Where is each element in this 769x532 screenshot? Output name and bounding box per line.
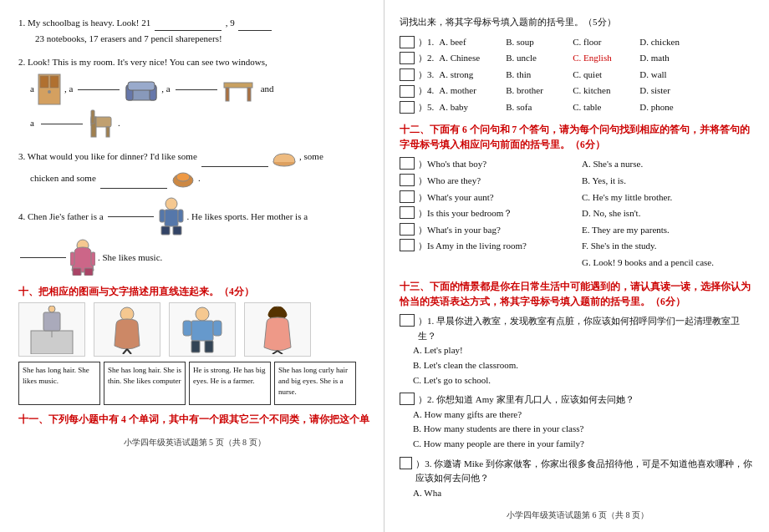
svg-rect-2: [50, 76, 59, 88]
q1-blank2: [238, 30, 272, 31]
left-column: 1. My schoolbag is heavy. Look! 21 , 9 2…: [0, 0, 384, 532]
svg-rect-14: [91, 110, 94, 124]
match-questions: ）Who's that boy? ）Who are they? ）What's …: [400, 157, 573, 271]
svg-rect-21: [173, 226, 181, 235]
svg-rect-41: [213, 321, 222, 336]
q1-continuation: 23 notebooks, 17 erasers and 7 pencil sh…: [35, 33, 222, 43]
q2-second-row: a .: [30, 109, 370, 139]
q2-blank2: [176, 89, 217, 90]
question-3: 3. What would you like for dinner? I'd l…: [18, 147, 370, 189]
choice-row-3: ）3. A. strong B. thin C. quiet D. wall: [400, 68, 756, 83]
svg-rect-38: [191, 341, 200, 352]
q4-text: 4. Chen Jie's father is a: [18, 209, 104, 225]
match-img-1: [18, 302, 85, 357]
question-2: 2. Look! This is my room. It's very nice…: [18, 54, 370, 139]
vocab-instruction: 词找出来，将其字母标号填入题前的括号里。（5分）: [400, 15, 756, 30]
svg-rect-25: [73, 268, 81, 276]
svg-rect-23: [178, 210, 183, 222]
svg-line-34: [123, 349, 127, 354]
svg-rect-20: [161, 226, 170, 235]
choice-row-4: ）4. A. mother B. brother C. kitchen D. s…: [400, 84, 756, 99]
svg-rect-26: [84, 268, 93, 276]
door-image: [38, 73, 61, 105]
right-column: 词找出来，将其字母标号填入题前的括号里。（5分） ）1. A. beef B. …: [384, 0, 769, 532]
man-image: [158, 197, 185, 236]
q3-end: chicken and some: [30, 173, 96, 183]
svg-point-3: [48, 90, 51, 94]
svg-rect-40: [183, 321, 191, 336]
q4-part2: . He likes sports. Her mother is a: [187, 209, 308, 225]
section12-content: ）Who's that boy? ）Who are they? ）What's …: [400, 157, 756, 271]
chair-image: [89, 109, 113, 139]
desc-box-2: She has long hair. She is thin. She like…: [104, 362, 186, 405]
svg-rect-9: [226, 88, 229, 101]
section10-title: 十、把相应的图画与文字描述用直线连起来。（4分）: [18, 284, 370, 299]
q2-blank3: [41, 124, 83, 124]
svg-rect-1: [40, 76, 48, 88]
section-10: 十、把相应的图画与文字描述用直线连起来。（4分）: [18, 284, 370, 405]
bowl-image: [272, 147, 297, 167]
svg-rect-19: [165, 210, 178, 226]
vocab-choices: ）1. A. beef B. soup C. floor D. chicken …: [400, 35, 756, 115]
section13-content: ）1. 早晨你进入教室，发现教室有点脏，你应该如何招呼同学们一起清理教室卫生？ …: [400, 314, 756, 500]
food-image: [171, 169, 196, 189]
scenario-2: ）2. 你想知道 Amy 家里有几口人，应该如何去问她？ A. How many…: [400, 393, 756, 451]
svg-rect-39: [205, 341, 213, 352]
svg-point-31: [48, 306, 55, 312]
q4-blank2: [20, 257, 66, 258]
table-image: [222, 76, 254, 103]
match-answers: A. She's a nurse. B. Yes, it is. C. He's…: [582, 157, 756, 271]
svg-rect-8: [224, 83, 252, 88]
scenario-3: ）3. 你邀请 Mike 到你家做客，你家出很多食品招待他，可是不知道他喜欢哪种…: [400, 457, 756, 501]
left-footer: 小学四年级英语试题第 5 页（共 8 页）: [18, 436, 370, 449]
section11-title: 十一、下列每小题中有 4 个单词，其中有一个跟其它三个不同类，请你把这个单: [18, 412, 370, 427]
svg-rect-37: [191, 321, 213, 341]
desc-box-3: He is strong. He has big eyes. He is a f…: [189, 362, 271, 405]
match-img-2: [94, 302, 160, 357]
desc-box-4: She has long curly hair and big eyes. Sh…: [274, 362, 356, 405]
q2-image-row: a , a , a: [30, 73, 370, 105]
scenario-1: ）1. 早晨你进入教室，发现教室有点脏，你应该如何招呼同学们一起清理教室卫生？ …: [400, 314, 756, 388]
q3-blank2: [100, 188, 167, 189]
q1-comma: , 9: [226, 18, 235, 28]
right-footer: 小学四年级英语试题第 6 页（共 8 页）: [400, 509, 756, 522]
svg-rect-10: [247, 88, 251, 101]
svg-line-43: [272, 351, 278, 354]
paren-3: [400, 68, 415, 81]
question-1: 1. My schoolbag is heavy. Look! 21 , 9 2…: [18, 15, 370, 46]
sofa-image: [125, 77, 158, 102]
q1-text: 1. My schoolbag is heavy. Look! 21: [18, 18, 150, 28]
choice-row-5: ）5. A. baby B. sofa C. table D. phone: [400, 100, 756, 115]
svg-point-17: [176, 173, 190, 181]
paren-5: [400, 101, 415, 114]
q4-part3: . She likes music.: [98, 250, 162, 266]
q3-middle: , some: [299, 151, 323, 161]
paren-1: [400, 36, 415, 48]
q2-and: and: [261, 82, 274, 97]
svg-line-44: [278, 351, 283, 354]
section10-desc-boxes: She has long hair. She likes music. She …: [18, 362, 370, 405]
paren-2: [400, 52, 415, 64]
section-11: 十一、下列每小题中有 4 个单词，其中有一个跟其它三个不同类，请你把这个单: [18, 412, 370, 427]
section13-header: 十三、下面的情景都是你在日常生活中可能遇到的，请认真读一读，选择你认为恰当的英语…: [400, 279, 756, 310]
section12-header: 十二、下面有 6 个问句和 7 个答句，请为每个问句找到相应的答句，并将答句的字…: [400, 122, 756, 153]
svg-rect-22: [160, 210, 165, 222]
question-4: 4. Chen Jie's father is a . He likes spo…: [18, 197, 370, 276]
choice-row-1: ）1. A. beef B. soup C. floor D. chicken: [400, 35, 756, 50]
q2-blank1: [78, 89, 120, 90]
svg-line-35: [127, 349, 131, 354]
svg-rect-27: [70, 252, 74, 266]
q3-blank1: [201, 166, 268, 167]
svg-rect-13: [106, 127, 109, 137]
section10-images: [18, 302, 370, 357]
svg-point-36: [196, 307, 209, 321]
q4-blank1: [108, 216, 154, 217]
svg-rect-7: [128, 82, 155, 90]
q2-text: 2. Look! This is my room. It's very nice…: [18, 57, 267, 67]
woman-image: [70, 239, 95, 276]
desc-box-1: She has long hair. She likes music.: [18, 362, 100, 405]
svg-rect-30: [43, 312, 60, 331]
svg-point-18: [166, 198, 177, 210]
q3-intro: 3. What would you like for dinner? I'd l…: [18, 151, 197, 161]
match-img-3: [169, 302, 236, 357]
